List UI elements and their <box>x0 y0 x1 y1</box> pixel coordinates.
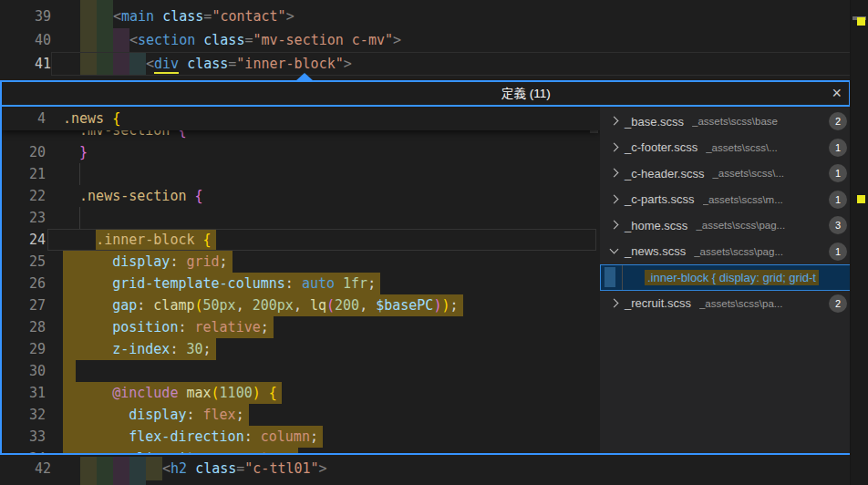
reference-file-row[interactable]: _c-footer.scss _assets\scss\... 1 <box>600 135 852 161</box>
peek-code-line[interactable]: 26 grid-template-columns: auto 1fr; <box>2 273 600 294</box>
peek-code-line[interactable]: 21 <box>2 163 600 185</box>
chevron-icon[interactable] <box>607 166 622 181</box>
peek-code-line[interactable]: 4 .news { <box>2 107 600 130</box>
tree-indent-guide <box>622 264 623 291</box>
chevron-icon[interactable] <box>607 244 622 259</box>
match-text: .inner-block { display: grid; grid-t <box>645 270 819 285</box>
indent-rainbow-blocks <box>80 52 146 76</box>
peek-code-line[interactable]: 29 z-index: 30; <box>2 338 600 360</box>
match-highlight: display: grid; <box>63 251 232 273</box>
code-text: <h2 class="c-ttl01"> <box>162 457 327 480</box>
match-highlight: .inner-block { <box>96 229 215 251</box>
count-badge: 1 <box>829 242 847 261</box>
file-name: _home.scss <box>625 219 687 232</box>
peek-definition-widget: 定義 (11) × .mv-section { 20 } 21 22 .news… <box>0 80 851 455</box>
reference-file-row[interactable]: _news.scss _assets\scss\pag... 1 <box>600 239 852 265</box>
match-highlight: grid-template-columns: auto 1fr; <box>63 273 380 294</box>
reference-file-row[interactable]: _base.scss _assets\scss\base 2 <box>600 108 852 135</box>
code-text: <section class="mv-section c-mv"> <box>129 28 401 52</box>
code-line[interactable]: 41 <div class="inner-block"> <box>0 52 851 76</box>
peek-code-line[interactable]: 30 <box>2 360 600 382</box>
line-number: 33 <box>2 426 46 448</box>
file-path: _assets\scss\base <box>692 116 829 127</box>
code-text <box>63 360 76 382</box>
indent-rainbow-blocks <box>80 28 129 52</box>
code-text: } <box>63 141 88 163</box>
reference-result-row[interactable]: .inner-block { display: grid; grid-t <box>600 264 852 291</box>
chevron-icon[interactable] <box>607 140 622 155</box>
line-number: 24 <box>2 229 46 251</box>
code-line[interactable] <box>0 480 851 485</box>
editor-top-region: 38 39 <main class="contact"> 40 <section… <box>0 0 851 80</box>
sticky-scroll-line[interactable]: 4 .news { <box>2 107 600 130</box>
peek-code-line[interactable]: 27 gap: clamp(50px, 200px, lq(200, $base… <box>2 294 600 316</box>
file-path: _assets\scss\m... <box>703 194 829 205</box>
peek-code-line[interactable]: 31 @include max(1100) { <box>2 382 600 404</box>
indent-rainbow-blocks <box>80 457 162 480</box>
line-number: 20 <box>2 141 46 163</box>
match-highlight: display: flex; <box>63 404 249 426</box>
selection-block <box>604 267 615 287</box>
file-name: _c-header.scss <box>625 167 704 181</box>
file-path: _assets\scss\... <box>712 168 829 179</box>
chevron-icon[interactable] <box>607 218 622 232</box>
line-number: 26 <box>2 273 46 294</box>
count-badge: 3 <box>829 216 847 234</box>
close-icon[interactable]: × <box>832 82 842 104</box>
line-number: 25 <box>2 251 46 273</box>
count-badge: 1 <box>829 139 847 157</box>
peek-code-line[interactable]: 33 flex-direction: column; <box>2 426 600 448</box>
peek-code-line[interactable]: 34 align-items: center; <box>2 448 600 453</box>
chevron-icon[interactable] <box>607 192 622 207</box>
line-number: 42 <box>0 457 51 480</box>
line-number: 32 <box>2 404 46 426</box>
code-text: .news-section { <box>63 185 203 207</box>
file-path: _assets\scss\pag... <box>694 246 829 257</box>
line-number: 31 <box>2 382 46 404</box>
peek-code-line[interactable]: 32 display: flex; <box>2 404 600 426</box>
code-line[interactable]: 40 <section class="mv-section c-mv"> <box>0 28 851 52</box>
code-text: z-index: 30; <box>63 338 216 360</box>
peek-code-line[interactable]: 25 display: grid; <box>2 251 600 273</box>
code-text: grid-template-columns: auto 1fr; <box>63 273 380 294</box>
peek-code-editor[interactable]: .mv-section { 20 } 21 22 .news-section {… <box>2 107 600 453</box>
match-highlight: flex-direction: column; <box>63 426 323 448</box>
line-number <box>0 480 51 485</box>
peek-code-line[interactable]: 20 } <box>2 141 600 163</box>
chevron-icon[interactable] <box>607 114 622 129</box>
code-text: .inner-block { <box>63 229 216 251</box>
reference-file-row[interactable]: _c-parts.scss _assets\scss\m... 1 <box>600 187 852 213</box>
code-text: position: relative; <box>63 316 274 338</box>
reference-file-row[interactable]: _recruit.scss _assets\scss\pa... 2 <box>600 291 852 317</box>
match-highlight <box>63 360 76 382</box>
line-number: 40 <box>0 28 51 52</box>
code-line[interactable]: 39 <main class="contact"> <box>0 5 851 28</box>
reference-file-row[interactable]: _c-header.scss _assets\scss\... 1 <box>600 160 852 187</box>
reference-file-row[interactable]: _home.scss _assets\scss\pag... 3 <box>600 212 852 239</box>
peek-code-line[interactable]: 24 .inner-block { <box>2 229 600 251</box>
peek-code-line[interactable]: 22 .news-section { <box>2 185 600 207</box>
match-highlight: z-index: 30; <box>63 338 216 360</box>
file-path: _assets\scss\pag... <box>696 220 829 231</box>
line-number: 39 <box>0 5 51 28</box>
peek-code-line[interactable]: 23 <box>2 207 600 229</box>
line-number: 23 <box>2 207 46 229</box>
peek-anchor-arrow <box>295 73 314 81</box>
peek-code-line[interactable]: 28 position: relative; <box>2 316 600 338</box>
line-number: 4 <box>2 107 46 130</box>
file-name: _news.scss <box>625 244 686 258</box>
line-number: 41 <box>0 52 51 76</box>
overview-ruler-marker <box>857 195 865 203</box>
chevron-icon[interactable] <box>607 296 622 311</box>
file-name: _c-parts.scss <box>625 192 695 206</box>
references-tree: _base.scss _assets\scss\base 2 _c-footer… <box>600 107 852 453</box>
code-text: <main class="contact"> <box>113 5 294 28</box>
code-text: @include max(1100) { <box>63 382 282 404</box>
code-text: gap: clamp(50px, 200px, lq(200, $basePC)… <box>63 294 463 316</box>
count-badge: 1 <box>829 164 847 182</box>
code-line[interactable]: 42 <h2 class="c-ttl01"> <box>0 457 851 480</box>
line-number: 30 <box>2 360 46 382</box>
line-number: 28 <box>2 316 46 338</box>
count-badge: 2 <box>829 294 847 313</box>
line-number: 29 <box>2 338 46 360</box>
